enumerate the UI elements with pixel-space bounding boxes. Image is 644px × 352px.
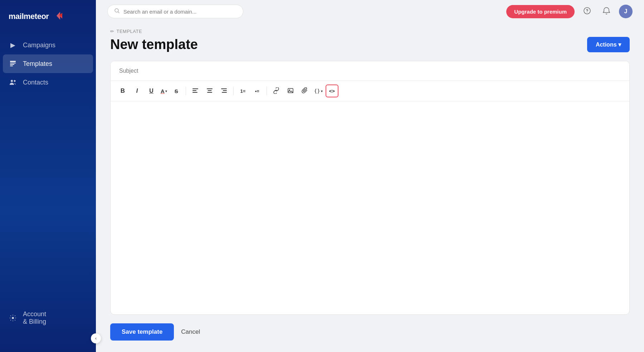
svg-rect-14 bbox=[207, 88, 213, 89]
svg-point-10 bbox=[587, 12, 587, 13]
editor-body[interactable] bbox=[111, 101, 629, 314]
sidebar-item-campaigns[interactable]: ▶ Campaigns bbox=[0, 36, 96, 54]
search-icon bbox=[114, 8, 120, 15]
templates-icon bbox=[9, 59, 17, 68]
strikethrough-button[interactable]: S bbox=[170, 85, 183, 97]
font-color-dropdown-icon: ▾ bbox=[165, 89, 167, 93]
cancel-button[interactable]: Cancel bbox=[181, 328, 200, 336]
editor-toolbar: B I U A ▾ S bbox=[111, 81, 629, 101]
avatar-initial: J bbox=[624, 8, 628, 15]
align-center-button[interactable] bbox=[203, 85, 216, 97]
breadcrumb: ✏ TEMPLATE bbox=[110, 29, 630, 34]
account-billing-icon bbox=[9, 314, 17, 322]
user-avatar[interactable]: J bbox=[619, 5, 633, 18]
svg-rect-4 bbox=[10, 66, 13, 66]
topbar-right: Upgrade to premium bbox=[506, 5, 633, 18]
svg-rect-11 bbox=[192, 88, 198, 89]
upgrade-button[interactable]: Upgrade to premium bbox=[506, 5, 575, 18]
sidebar: mailmeteor ▶ Campaigns Templates bbox=[0, 0, 96, 352]
toolbar-separator-1 bbox=[186, 87, 186, 95]
align-right-button[interactable] bbox=[218, 85, 230, 97]
search-input[interactable] bbox=[123, 9, 236, 15]
app-name: mailmeteor bbox=[9, 12, 49, 21]
svg-rect-3 bbox=[10, 64, 14, 65]
contacts-icon bbox=[9, 78, 17, 87]
page-content: ✏ TEMPLATE New template Actions ▾ B I U … bbox=[96, 23, 644, 352]
font-color-button[interactable]: A ▾ bbox=[159, 85, 169, 97]
svg-rect-17 bbox=[221, 88, 227, 89]
sidebar-collapse-button[interactable]: ‹ bbox=[91, 333, 101, 343]
attachment-icon bbox=[302, 87, 308, 95]
notifications-button[interactable] bbox=[600, 5, 613, 18]
sidebar-item-campaigns-label: Campaigns bbox=[23, 42, 55, 49]
page-title: New template bbox=[110, 37, 198, 52]
bold-button[interactable]: B bbox=[116, 85, 129, 97]
align-center-icon bbox=[207, 88, 213, 95]
image-icon bbox=[287, 87, 294, 95]
page-header: New template Actions ▾ bbox=[110, 37, 630, 52]
sidebar-item-contacts-label: Contacts bbox=[23, 79, 48, 86]
breadcrumb-label: TEMPLATE bbox=[117, 29, 142, 34]
breadcrumb-icon: ✏ bbox=[110, 29, 114, 34]
svg-rect-15 bbox=[208, 90, 211, 91]
toolbar-separator-2 bbox=[233, 87, 234, 95]
svg-rect-13 bbox=[192, 92, 197, 93]
variable-dropdown-icon: ▾ bbox=[321, 89, 323, 93]
svg-point-5 bbox=[11, 80, 13, 82]
svg-point-6 bbox=[14, 80, 16, 82]
sidebar-item-templates-label: Templates bbox=[23, 60, 52, 68]
font-color-icon: A bbox=[161, 88, 165, 94]
variable-button[interactable]: {} ▾ bbox=[313, 85, 324, 97]
help-icon bbox=[583, 7, 591, 16]
sidebar-item-account-billing[interactable]: Account& Billing bbox=[0, 305, 96, 331]
sidebar-item-account-billing-label: Account& Billing bbox=[23, 310, 46, 326]
main-content: Upgrade to premium bbox=[96, 0, 644, 352]
toolbar-separator-3 bbox=[267, 87, 267, 95]
svg-point-7 bbox=[12, 317, 14, 319]
align-left-button[interactable] bbox=[189, 85, 202, 97]
footer-actions: Save template Cancel bbox=[110, 315, 630, 343]
sidebar-item-contacts[interactable]: Contacts bbox=[0, 73, 96, 92]
link-icon bbox=[273, 87, 279, 95]
topbar: Upgrade to premium bbox=[96, 0, 644, 23]
variable-icon: {} bbox=[314, 88, 320, 94]
ordered-list-button[interactable]: 1≡ bbox=[236, 85, 249, 97]
help-button[interactable] bbox=[580, 5, 594, 18]
campaigns-icon: ▶ bbox=[9, 41, 17, 49]
unordered-list-icon: •≡ bbox=[255, 88, 259, 94]
link-button[interactable] bbox=[270, 85, 283, 97]
subject-input[interactable] bbox=[111, 61, 629, 81]
svg-rect-16 bbox=[207, 92, 212, 93]
ordered-list-icon: 1≡ bbox=[240, 88, 245, 94]
sidebar-item-templates[interactable]: Templates bbox=[3, 54, 93, 73]
align-right-icon bbox=[221, 88, 227, 95]
search-bar[interactable] bbox=[107, 5, 243, 18]
logo: mailmeteor bbox=[0, 0, 96, 36]
actions-button[interactable]: Actions ▾ bbox=[587, 37, 630, 52]
save-template-button[interactable]: Save template bbox=[110, 323, 174, 341]
attachment-button[interactable] bbox=[298, 85, 311, 97]
image-button[interactable] bbox=[284, 85, 297, 97]
svg-rect-18 bbox=[223, 90, 227, 91]
chevron-left-icon: ‹ bbox=[95, 336, 97, 341]
logo-icon bbox=[52, 10, 65, 23]
italic-button[interactable]: I bbox=[131, 85, 143, 97]
align-left-icon bbox=[192, 88, 198, 95]
svg-rect-12 bbox=[192, 90, 196, 91]
svg-rect-19 bbox=[222, 92, 227, 93]
svg-point-21 bbox=[289, 89, 290, 90]
underline-button[interactable]: U bbox=[145, 85, 158, 97]
bell-icon bbox=[602, 7, 610, 16]
svg-point-0 bbox=[59, 14, 62, 16]
source-code-button[interactable]: <> bbox=[326, 85, 338, 97]
svg-rect-2 bbox=[10, 63, 16, 63]
unordered-list-button[interactable]: •≡ bbox=[251, 85, 264, 97]
editor-card: B I U A ▾ S bbox=[110, 61, 630, 315]
svg-rect-1 bbox=[10, 61, 16, 62]
